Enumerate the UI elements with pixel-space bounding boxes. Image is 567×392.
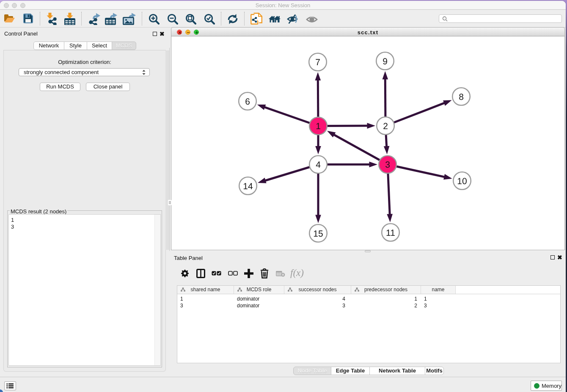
svg-text:9: 9 [383, 57, 388, 66]
svg-text:1: 1 [316, 121, 321, 131]
svg-text:3: 3 [385, 160, 390, 170]
svg-text:10: 10 [457, 177, 467, 186]
svg-text:2: 2 [383, 121, 388, 131]
svg-text:6: 6 [245, 97, 250, 107]
svg-text:8: 8 [459, 92, 464, 102]
svg-text:14: 14 [243, 182, 253, 191]
svg-text:11: 11 [386, 228, 395, 238]
svg-text:4: 4 [316, 160, 321, 170]
svg-text:15: 15 [313, 229, 323, 239]
svg-text:7: 7 [315, 58, 320, 67]
